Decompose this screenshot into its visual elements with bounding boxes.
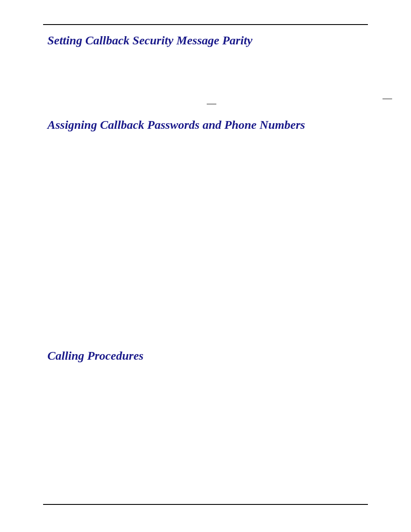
- gap: [47, 293, 364, 323]
- page-content: Setting Callback Security Message Parity…: [47, 0, 364, 363]
- gap: [47, 202, 364, 233]
- bottom-rule: [43, 504, 368, 505]
- gap: [47, 263, 364, 293]
- gap: [47, 142, 364, 172]
- gap: [47, 58, 364, 88]
- heading-passwords: Assigning Callback Passwords and Phone N…: [47, 118, 364, 132]
- gap: [47, 88, 364, 118]
- document-page: Setting Callback Security Message Parity…: [0, 0, 411, 532]
- heading-parity: Setting Callback Security Message Parity: [47, 34, 364, 47]
- dash-mark-1: —: [207, 99, 216, 108]
- gap: [47, 172, 364, 202]
- heading-calling-procedures: Calling Procedures: [47, 349, 364, 363]
- gap: [47, 233, 364, 263]
- gap: [47, 323, 364, 349]
- dash-mark-2: —: [383, 93, 392, 103]
